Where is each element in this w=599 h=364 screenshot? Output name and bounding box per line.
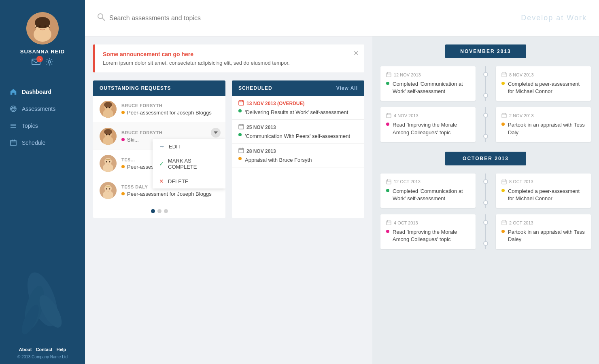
timeline-month-oct: OCTOBER 2013 — [445, 152, 526, 165]
contact-link[interactable]: Contact — [36, 347, 52, 352]
tc-date-text-oct-r1: 8 OCT 2013 — [509, 179, 533, 184]
scheduled-date-text-3: 28 NOV 2013 — [246, 148, 276, 154]
sidebar-item-topics-label: Topics — [22, 123, 38, 129]
svg-point-43 — [106, 188, 107, 190]
notifications-button[interactable]: 5 — [32, 58, 40, 67]
tc-dot-nov-r1 — [501, 82, 505, 85]
menu-complete-label: MARK AS COMPLETE — [168, 158, 219, 170]
tc-date-text-nov-r1: 8 NOV 2013 — [509, 72, 534, 77]
timeline-nov-row-2: 4 NOV 2013 Read 'Improving the Morale Am… — [380, 107, 591, 142]
timeline-node-nov-4 — [483, 134, 488, 139]
svg-rect-81 — [387, 221, 391, 225]
page-dot-1[interactable] — [151, 209, 155, 213]
outstanding-requests-title: OUTSTANDING REQUESTS — [100, 85, 171, 91]
request-name-2: BRUCE FORSYTH — [121, 130, 162, 135]
sidebar-nav: Dashboard Assessments Topics — [0, 83, 85, 151]
left-panel: Some announcement can go here Lorem ipsu… — [85, 36, 372, 364]
sched-dot-2 — [238, 133, 242, 136]
scheduled-date-text-1: 13 NOV 2013 (OVERDUE) — [246, 101, 304, 106]
username: SUSANNA REID — [20, 49, 65, 55]
request-item-1: BRUCE FORSYTH Peer-assessment for Joseph… — [93, 96, 225, 123]
menu-delete-label: DELETE — [168, 178, 189, 184]
status-dot-4 — [121, 192, 125, 195]
sidebar-item-dashboard[interactable]: Dashboard — [0, 83, 85, 100]
sidebar-item-assessments[interactable]: Assessments — [0, 100, 85, 117]
sidebar-item-assessments-label: Assessments — [22, 106, 55, 112]
timeline-card-oct-right-1: 8 OCT 2013 Completed a peer-assessment f… — [496, 174, 591, 208]
sidebar-item-schedule[interactable]: Schedule — [0, 134, 85, 151]
sidebar: SUSANNA REID 5 Dashboard — [0, 0, 85, 364]
svg-point-21 — [98, 14, 103, 19]
tc-date-nov-r2: 2 NOV 2013 — [501, 113, 585, 118]
scheduled-desc-text-2: 'Communication With Peers' self-assessme… — [245, 133, 350, 139]
menu-item-delete[interactable]: ✕ DELETE — [153, 174, 225, 188]
avatar-tess-2 — [100, 182, 117, 199]
timeline-card-nov-left-2: 4 NOV 2013 Read 'Improving the Morale Am… — [380, 107, 476, 142]
menu-item-edit[interactable]: → EDIT — [153, 139, 225, 154]
tc-desc-text-oct-l1: Completed 'Communication at Work' self-a… — [393, 188, 470, 202]
tc-desc-oct-r2: Partook in an appraisal with Tess Daley — [501, 229, 585, 243]
help-link[interactable]: Help — [56, 347, 66, 352]
page-dot-3[interactable] — [164, 209, 168, 213]
svg-point-26 — [104, 102, 112, 108]
page-dot-2[interactable] — [157, 209, 161, 213]
scheduled-card: SCHEDULED View All — [232, 80, 364, 218]
scheduled-desc-2: 'Communication With Peers' self-assessme… — [238, 133, 358, 139]
tc-dot-nov-r2 — [501, 123, 505, 126]
about-link[interactable]: About — [19, 347, 32, 352]
timeline-card-oct-left-2: 4 OCT 2013 Read 'Improving the Morale Am… — [380, 214, 476, 249]
timeline-card-nov-left-1: 12 NOV 2013 Completed 'Communication at … — [380, 66, 476, 101]
svg-line-22 — [102, 18, 105, 21]
search-input[interactable] — [109, 15, 251, 22]
timeline-oct-left-1: 12 OCT 2013 Completed 'Communication at … — [380, 174, 476, 208]
search-wrap — [97, 13, 521, 23]
status-dot-2 — [121, 138, 125, 141]
scheduled-title: SCHEDULED — [238, 85, 272, 91]
tc-desc-text-nov-r2: Partook in an appraisal with Tess Daly — [508, 121, 585, 136]
footer-links: About Contact Help — [19, 347, 66, 352]
settings-button[interactable] — [45, 58, 53, 67]
svg-point-28 — [109, 107, 110, 108]
tc-desc-text-nov-l1: Completed 'Communication at Work' self-a… — [393, 80, 470, 95]
timeline-node-oct-2 — [483, 200, 488, 205]
check-icon: ✓ — [159, 161, 164, 167]
tc-date-nov-l2: 4 NOV 2013 — [386, 113, 470, 118]
timeline-oct-left-2: 4 OCT 2013 Read 'Improving the Morale Am… — [380, 214, 476, 249]
user-profile: SUSANNA REID 5 — [20, 0, 65, 75]
request-info-1: BRUCE FORSYTH Peer-assessment for Joseph… — [121, 103, 212, 116]
timeline-oct-row-2: 4 OCT 2013 Read 'Improving the Morale Am… — [380, 214, 591, 249]
tc-dot-oct-r1 — [501, 189, 505, 192]
tc-dot-oct-l1 — [386, 189, 389, 192]
search-icon — [97, 13, 105, 23]
sidebar-item-topics[interactable]: Topics — [0, 117, 85, 134]
svg-point-37 — [103, 163, 113, 172]
tc-date-oct-r2: 2 OCT 2013 — [501, 220, 585, 225]
tc-date-text-oct-l1: 12 OCT 2013 — [394, 179, 421, 184]
menu-item-complete[interactable]: ✓ MARK AS COMPLETE — [153, 154, 225, 174]
outstanding-requests-card: OUTSTANDING REQUESTS — [93, 80, 225, 218]
tc-dot-nov-l2 — [386, 123, 389, 126]
svg-rect-85 — [502, 221, 506, 225]
timeline-node-nov-1 — [483, 72, 488, 77]
scheduled-desc-text-1: 'Delivering Results at Work' self-assess… — [245, 109, 348, 115]
view-all-button[interactable]: View All — [336, 85, 358, 91]
announcement-body: Lorem ipsum dolor sit amet, consectetur … — [103, 60, 356, 66]
content-area: Some announcement can go here Lorem ipsu… — [85, 36, 599, 364]
svg-rect-69 — [502, 114, 506, 118]
sidebar-item-schedule-label: Schedule — [22, 140, 45, 146]
svg-point-39 — [109, 161, 110, 163]
scheduled-date-1: 13 NOV 2013 (OVERDUE) — [238, 100, 358, 107]
sched-dot-1 — [238, 109, 242, 112]
tc-desc-text-oct-r2: Partook in an appraisal with Tess Daley — [508, 229, 585, 243]
avatar-bruce-1 — [100, 101, 117, 118]
svg-point-44 — [109, 188, 110, 190]
timeline-oct-right-1: 8 OCT 2013 Completed a peer-assessment f… — [496, 174, 591, 208]
timeline-node-nov-3 — [483, 113, 488, 118]
scheduled-date-2: 25 NOV 2013 — [238, 124, 358, 131]
scheduled-desc-1: 'Delivering Results at Work' self-assess… — [238, 109, 358, 115]
announcement-close-button[interactable]: ✕ — [353, 49, 359, 57]
main-content: Develop at Work Some announcement can go… — [85, 0, 599, 364]
timeline-panel: NOVEMBER 2013 12 NOV 2013 Completed 'Com… — [372, 36, 599, 364]
dropdown-button[interactable] — [211, 128, 221, 138]
svg-point-27 — [106, 107, 107, 108]
